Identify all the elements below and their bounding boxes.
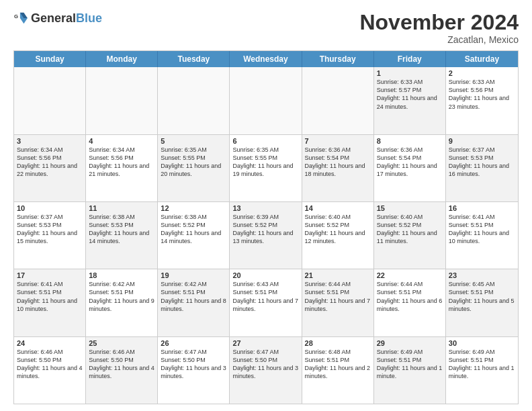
cal-cell-4-4: 28Sunrise: 6:48 AM Sunset: 5:51 PM Dayli… <box>302 337 374 404</box>
day-num-1-6: 9 <box>449 137 515 145</box>
day-num-3-3: 20 <box>232 271 298 279</box>
day-num-3-0: 17 <box>17 271 83 279</box>
cal-cell-4-1: 25Sunrise: 6:46 AM Sunset: 5:50 PM Dayli… <box>86 337 158 404</box>
cell-info-1-3: Sunrise: 6:35 AM Sunset: 5:55 PM Dayligh… <box>232 146 298 179</box>
cal-row-2: 10Sunrise: 6:37 AM Sunset: 5:53 PM Dayli… <box>14 202 518 269</box>
cal-cell-0-4 <box>302 67 374 134</box>
cell-info-4-6: Sunrise: 6:49 AM Sunset: 5:51 PM Dayligh… <box>449 348 515 381</box>
cell-info-3-1: Sunrise: 6:42 AM Sunset: 5:51 PM Dayligh… <box>89 280 154 313</box>
cal-cell-2-1: 11Sunrise: 6:38 AM Sunset: 5:53 PM Dayli… <box>86 202 158 269</box>
cell-info-4-1: Sunrise: 6:46 AM Sunset: 5:50 PM Dayligh… <box>89 348 154 381</box>
cal-cell-4-3: 27Sunrise: 6:47 AM Sunset: 5:50 PM Dayli… <box>230 337 302 404</box>
cal-cell-0-5: 1Sunrise: 6:33 AM Sunset: 5:57 PM Daylig… <box>374 67 446 134</box>
day-num-3-5: 22 <box>377 271 443 279</box>
cal-cell-3-3: 20Sunrise: 6:43 AM Sunset: 5:51 PM Dayli… <box>230 269 302 336</box>
day-num-1-3: 6 <box>232 137 298 145</box>
svg-text:G: G <box>14 13 18 19</box>
title-block: November 2024 Zacatlan, Mexico <box>359 11 519 45</box>
cal-cell-3-5: 22Sunrise: 6:44 AM Sunset: 5:51 PM Dayli… <box>374 269 446 336</box>
cell-info-4-5: Sunrise: 6:49 AM Sunset: 5:51 PM Dayligh… <box>377 348 443 381</box>
page: G GeneralBlue November 2024 Zacatlan, Me… <box>0 0 532 411</box>
cell-info-0-5: Sunrise: 6:33 AM Sunset: 5:57 PM Dayligh… <box>377 78 443 111</box>
logo: G GeneralBlue <box>13 11 102 26</box>
cal-cell-0-1 <box>86 67 158 134</box>
header-tuesday: Tuesday <box>158 51 230 67</box>
cal-cell-0-6: 2Sunrise: 6:33 AM Sunset: 5:56 PM Daylig… <box>446 67 518 134</box>
day-num-4-4: 28 <box>305 339 371 347</box>
day-num-0-5: 1 <box>377 69 443 77</box>
cell-info-2-5: Sunrise: 6:40 AM Sunset: 5:52 PM Dayligh… <box>377 213 443 246</box>
cell-info-4-4: Sunrise: 6:48 AM Sunset: 5:51 PM Dayligh… <box>305 348 371 381</box>
cell-info-1-6: Sunrise: 6:37 AM Sunset: 5:53 PM Dayligh… <box>449 146 515 179</box>
day-num-4-2: 26 <box>161 339 226 347</box>
day-num-2-6: 16 <box>449 204 515 212</box>
day-num-0-6: 2 <box>449 69 515 77</box>
cell-info-3-5: Sunrise: 6:44 AM Sunset: 5:51 PM Dayligh… <box>377 280 443 313</box>
cell-info-2-0: Sunrise: 6:37 AM Sunset: 5:53 PM Dayligh… <box>17 213 83 246</box>
cell-info-3-2: Sunrise: 6:42 AM Sunset: 5:51 PM Dayligh… <box>161 280 226 313</box>
day-num-2-4: 14 <box>305 204 371 212</box>
calendar-body: 1Sunrise: 6:33 AM Sunset: 5:57 PM Daylig… <box>14 67 518 404</box>
cal-cell-2-3: 13Sunrise: 6:39 AM Sunset: 5:52 PM Dayli… <box>230 202 302 269</box>
cal-cell-4-2: 26Sunrise: 6:47 AM Sunset: 5:50 PM Dayli… <box>158 337 230 404</box>
day-num-1-1: 4 <box>89 137 154 145</box>
day-num-3-2: 19 <box>161 271 226 279</box>
header: G GeneralBlue November 2024 Zacatlan, Me… <box>13 11 519 45</box>
cell-info-1-0: Sunrise: 6:34 AM Sunset: 5:56 PM Dayligh… <box>17 146 83 179</box>
logo-blue: Blue <box>76 11 102 25</box>
cal-cell-4-5: 29Sunrise: 6:49 AM Sunset: 5:51 PM Dayli… <box>374 337 446 404</box>
cell-info-2-1: Sunrise: 6:38 AM Sunset: 5:53 PM Dayligh… <box>89 213 154 246</box>
cell-info-3-6: Sunrise: 6:45 AM Sunset: 5:51 PM Dayligh… <box>449 280 515 313</box>
day-num-2-2: 12 <box>161 204 226 212</box>
cal-row-3: 17Sunrise: 6:41 AM Sunset: 5:51 PM Dayli… <box>14 269 518 336</box>
logo-text: GeneralBlue <box>31 11 102 26</box>
day-num-4-6: 30 <box>449 339 515 347</box>
cal-row-4: 24Sunrise: 6:46 AM Sunset: 5:50 PM Dayli… <box>14 337 518 404</box>
cal-cell-2-4: 14Sunrise: 6:40 AM Sunset: 5:52 PM Dayli… <box>302 202 374 269</box>
cal-cell-2-5: 15Sunrise: 6:40 AM Sunset: 5:52 PM Dayli… <box>374 202 446 269</box>
cal-cell-1-2: 5Sunrise: 6:35 AM Sunset: 5:55 PM Daylig… <box>158 135 230 201</box>
cal-cell-0-3 <box>230 67 302 134</box>
day-num-3-6: 23 <box>449 271 515 279</box>
cal-cell-1-5: 8Sunrise: 6:36 AM Sunset: 5:54 PM Daylig… <box>374 135 446 201</box>
cell-info-3-4: Sunrise: 6:44 AM Sunset: 5:51 PM Dayligh… <box>305 280 371 313</box>
cal-cell-1-0: 3Sunrise: 6:34 AM Sunset: 5:56 PM Daylig… <box>14 135 86 201</box>
cell-info-1-4: Sunrise: 6:36 AM Sunset: 5:54 PM Dayligh… <box>305 146 371 179</box>
day-num-4-1: 25 <box>89 339 154 347</box>
cal-cell-3-1: 18Sunrise: 6:42 AM Sunset: 5:51 PM Dayli… <box>86 269 158 336</box>
day-num-1-2: 5 <box>161 137 226 145</box>
header-friday: Friday <box>374 51 446 67</box>
day-num-2-1: 11 <box>89 204 154 212</box>
cell-info-2-6: Sunrise: 6:41 AM Sunset: 5:51 PM Dayligh… <box>449 213 515 246</box>
cell-info-4-3: Sunrise: 6:47 AM Sunset: 5:50 PM Dayligh… <box>232 348 298 381</box>
cell-info-4-0: Sunrise: 6:46 AM Sunset: 5:50 PM Dayligh… <box>17 348 83 381</box>
logo-general: General <box>31 11 76 25</box>
cal-cell-3-0: 17Sunrise: 6:41 AM Sunset: 5:51 PM Dayli… <box>14 269 86 336</box>
cell-info-1-5: Sunrise: 6:36 AM Sunset: 5:54 PM Dayligh… <box>377 146 443 179</box>
day-num-1-0: 3 <box>17 137 83 145</box>
cell-info-3-3: Sunrise: 6:43 AM Sunset: 5:51 PM Dayligh… <box>232 280 298 313</box>
header-sunday: Sunday <box>14 51 86 67</box>
day-num-1-4: 7 <box>305 137 371 145</box>
day-num-1-5: 8 <box>377 137 443 145</box>
cell-info-2-2: Sunrise: 6:38 AM Sunset: 5:52 PM Dayligh… <box>161 213 226 246</box>
header-monday: Monday <box>86 51 158 67</box>
header-thursday: Thursday <box>302 51 374 67</box>
cal-cell-0-0 <box>14 67 86 134</box>
cell-info-3-0: Sunrise: 6:41 AM Sunset: 5:51 PM Dayligh… <box>17 280 83 313</box>
cell-info-2-3: Sunrise: 6:39 AM Sunset: 5:52 PM Dayligh… <box>232 213 298 246</box>
logo-icon: G <box>13 11 28 26</box>
cal-cell-3-4: 21Sunrise: 6:44 AM Sunset: 5:51 PM Dayli… <box>302 269 374 336</box>
cell-info-1-1: Sunrise: 6:34 AM Sunset: 5:56 PM Dayligh… <box>89 146 154 179</box>
cal-cell-1-1: 4Sunrise: 6:34 AM Sunset: 5:56 PM Daylig… <box>86 135 158 201</box>
day-num-2-5: 15 <box>377 204 443 212</box>
day-num-2-0: 10 <box>17 204 83 212</box>
cal-cell-0-2 <box>158 67 230 134</box>
day-num-4-0: 24 <box>17 339 83 347</box>
location: Zacatlan, Mexico <box>359 34 519 45</box>
cal-cell-3-6: 23Sunrise: 6:45 AM Sunset: 5:51 PM Dayli… <box>446 269 518 336</box>
cal-cell-1-6: 9Sunrise: 6:37 AM Sunset: 5:53 PM Daylig… <box>446 135 518 201</box>
header-saturday: Saturday <box>446 51 518 67</box>
cell-info-4-2: Sunrise: 6:47 AM Sunset: 5:50 PM Dayligh… <box>161 348 226 381</box>
cell-info-0-6: Sunrise: 6:33 AM Sunset: 5:56 PM Dayligh… <box>449 78 515 111</box>
